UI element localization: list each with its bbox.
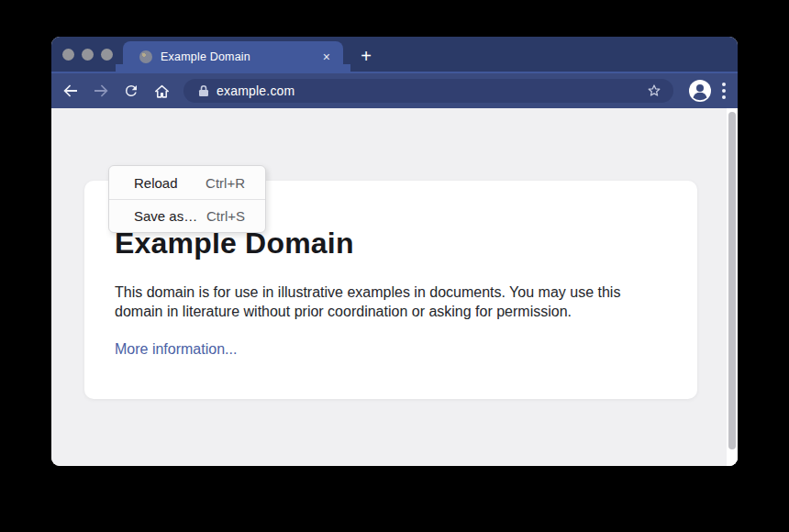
more-information-link[interactable]: More information... bbox=[115, 341, 237, 358]
address-bar[interactable]: example.com bbox=[183, 79, 673, 103]
window-controls bbox=[62, 49, 113, 61]
tab-curve-left bbox=[116, 64, 123, 72]
bookmark-star-icon[interactable] bbox=[646, 83, 662, 99]
scrollbar-track[interactable] bbox=[727, 108, 738, 466]
browser-toolbar: example.com bbox=[51, 72, 738, 108]
context-menu-item-reload[interactable]: Reload Ctrl+R bbox=[109, 166, 265, 199]
menu-item-label: Reload bbox=[134, 175, 178, 191]
close-window-button[interactable] bbox=[62, 49, 74, 61]
favicon-icon bbox=[139, 50, 152, 63]
reload-button[interactable] bbox=[120, 80, 142, 102]
menu-item-label: Save as… bbox=[134, 208, 197, 224]
menu-item-shortcut: Ctrl+R bbox=[206, 175, 245, 191]
reload-icon bbox=[123, 83, 139, 99]
menu-item-shortcut: Ctrl+S bbox=[206, 208, 245, 224]
tab-example-domain[interactable]: Example Domain × bbox=[123, 41, 343, 72]
tab-close-icon[interactable]: × bbox=[323, 50, 330, 63]
new-tab-button[interactable]: + bbox=[354, 44, 378, 68]
minimize-window-button[interactable] bbox=[82, 49, 94, 61]
home-icon bbox=[153, 83, 171, 100]
tab-strip: Example Domain × + bbox=[51, 37, 738, 72]
tab-curve-right bbox=[343, 64, 350, 72]
zoom-window-button[interactable] bbox=[101, 49, 113, 61]
context-menu-item-save-as[interactable]: Save as… Ctrl+S bbox=[109, 199, 265, 232]
back-button[interactable] bbox=[60, 80, 82, 102]
forward-button[interactable] bbox=[90, 80, 112, 102]
page-paragraph: This domain is for use in illustrative e… bbox=[115, 283, 656, 321]
home-button[interactable] bbox=[150, 80, 172, 102]
forward-arrow-icon bbox=[93, 83, 109, 99]
browser-menu-icon[interactable] bbox=[721, 82, 727, 100]
page-viewport: Example Domain This domain is for use in… bbox=[51, 108, 738, 466]
context-menu: Reload Ctrl+R Save as… Ctrl+S bbox=[108, 165, 266, 233]
lock-icon[interactable] bbox=[198, 84, 209, 97]
profile-avatar-icon[interactable] bbox=[688, 79, 712, 103]
scrollbar-thumb[interactable] bbox=[728, 112, 736, 449]
tab-title: Example Domain bbox=[161, 50, 323, 63]
back-arrow-icon bbox=[62, 83, 79, 99]
url-text[interactable]: example.com bbox=[217, 83, 646, 98]
browser-window: Example Domain × + bbox=[51, 37, 738, 466]
